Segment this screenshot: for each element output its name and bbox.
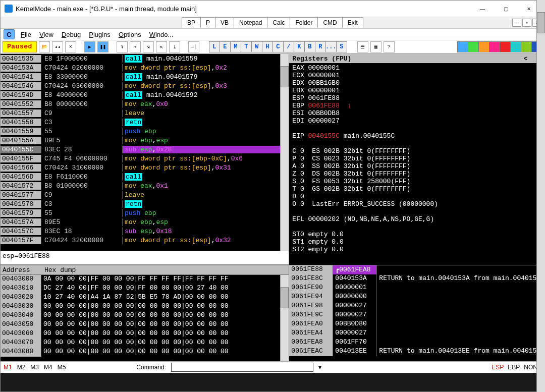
menu-plugins[interactable]: Plugins xyxy=(89,31,111,38)
stack-scrollbar[interactable] xyxy=(536,265,544,361)
stack-row[interactable]: 0061FE9C00000027 xyxy=(289,311,544,320)
disasm-row[interactable]: 00401558C3retn xyxy=(1,118,289,127)
tool-notepad[interactable]: Notepad xyxy=(234,17,267,28)
disasm-row[interactable]: 00401566C70424 31000000mov dword ptr ss:… xyxy=(1,163,289,172)
stack-row[interactable]: 0061FEAC004013EERETURN to main.004013EE … xyxy=(289,347,544,356)
command-input[interactable] xyxy=(171,363,313,372)
step-over-button[interactable]: ↷ xyxy=(130,41,141,52)
menu-options[interactable]: Options xyxy=(119,31,141,38)
tool-bp[interactable]: BP xyxy=(182,17,201,28)
disasm-row[interactable]: 00401572B8 01000000mov eax,0x1 xyxy=(1,181,289,190)
plugin-5-icon[interactable] xyxy=(500,41,511,52)
titlebar[interactable]: KernelMode - main.exe - [*G.P.U* - main … xyxy=(1,1,544,17)
cpu-button[interactable]: C xyxy=(4,29,15,39)
menu-debug[interactable]: Debug xyxy=(62,31,81,38)
disasm-row[interactable]: 0040157955push ebp xyxy=(1,208,289,217)
disasm-row[interactable]: 0040157A89E5mov ebp,esp xyxy=(1,217,289,227)
stack-row[interactable]: 0061FE88┏0061FEA8 xyxy=(289,265,544,274)
settings-button[interactable]: ☰ xyxy=(357,41,368,52)
disasm-row[interactable]: 0040156DE8 F6110000call xyxy=(1,172,289,181)
stack-row[interactable]: 0061FEA80061FF70 xyxy=(289,338,544,347)
stack-row[interactable]: 0061FEA400000027 xyxy=(289,329,544,338)
disasm-row[interactable]: 00401546C70424 03000000mov dword ptr ss:… xyxy=(1,81,289,90)
disasm-scrollbar[interactable] xyxy=(280,54,289,251)
disassembly-panel[interactable]: 00401535E8 1F000000call main.00401559004… xyxy=(1,54,289,251)
stack-row[interactable]: 0061FE8C0040153ARETURN to main.0040153A … xyxy=(289,274,544,284)
execute-till-return-button[interactable]: ⤓ xyxy=(169,41,180,52)
step-into-button[interactable]: ↴ xyxy=(117,41,128,52)
plugin-3-icon[interactable] xyxy=(478,41,489,52)
mdi-restore[interactable]: ▫ xyxy=(522,19,531,27)
dump-row[interactable]: 0040306000 00 00 00|00 00 00 00|00 00 00… xyxy=(1,329,289,339)
disasm-row[interactable]: 00401541E8 33000000call main.00401579 xyxy=(1,72,289,81)
help-button[interactable]: ? xyxy=(384,41,395,52)
dump-row[interactable]: 00403010DC 27 40 00|FF 00 00 00|FF 00 00… xyxy=(1,284,289,293)
stack-panel[interactable]: 0061FE88┏0061FEA80061FE8C0040153ARETURN … xyxy=(289,265,544,361)
pause-button[interactable]: ❚❚ xyxy=(97,41,108,52)
stack-row[interactable]: 0061FEA000BB0D80 xyxy=(289,320,544,329)
dump-panel[interactable]: Address Hex dump 004030000A 00 00 00|FF … xyxy=(1,265,289,361)
shortcut-S[interactable]: S xyxy=(336,41,347,52)
disasm-row[interactable]: 0040153AC70424 02000000mov dword ptr ss:… xyxy=(1,63,289,72)
plugin-1-icon[interactable] xyxy=(457,41,468,52)
reg-prev-icon[interactable]: < xyxy=(523,55,527,63)
dump-scrollbar[interactable] xyxy=(280,275,289,361)
disasm-row[interactable]: 00401535E8 1F000000call main.00401559 xyxy=(1,54,289,63)
shortcut-H[interactable]: H xyxy=(262,41,273,52)
tool-calc[interactable]: Calc xyxy=(267,17,290,28)
stop-button[interactable]: × xyxy=(65,41,76,52)
tool-cmd[interactable]: CMD xyxy=(317,17,342,28)
memory-m5[interactable]: M5 xyxy=(58,364,66,371)
stack-row[interactable]: 0061FE9400000000 xyxy=(289,293,544,302)
shortcut-M[interactable]: M xyxy=(230,41,241,52)
trace-over-button[interactable]: ⇱ xyxy=(156,41,167,52)
goto-button[interactable]: →| xyxy=(188,41,199,52)
menu-windo[interactable]: Windo... xyxy=(149,31,174,38)
disasm-row[interactable]: 00401577C9leave xyxy=(1,190,289,199)
disasm-row[interactable]: 0040155955push ebp xyxy=(1,127,289,136)
tool-p[interactable]: P xyxy=(200,17,215,28)
shortcut-T[interactable]: T xyxy=(241,41,252,52)
memory-m1[interactable]: M1 xyxy=(4,364,12,371)
disasm-row[interactable]: 0040157FC70424 32000000mov dword ptr ss:… xyxy=(1,236,289,245)
disasm-row[interactable]: 00401578C3retn xyxy=(1,199,289,208)
disasm-row[interactable]: 0040157C83EC 18sub esp,0x18 xyxy=(1,227,289,236)
disasm-row[interactable]: 0040155FC745 F4 06000000mov dword ptr ss… xyxy=(1,154,289,163)
stack-row[interactable]: 0061FE9000000001 xyxy=(289,284,544,293)
plugin-7-icon[interactable] xyxy=(521,41,532,52)
minimize-button[interactable]: — xyxy=(471,1,494,17)
rewind-button[interactable]: ◂◂ xyxy=(52,41,63,52)
maximize-button[interactable]: ▢ xyxy=(494,1,517,17)
shortcut-B[interactable]: B xyxy=(304,41,315,52)
shortcut-L[interactable]: L xyxy=(209,41,220,52)
dump-row[interactable]: 0040305000 00 00 00|00 00 00 00|00 00 00… xyxy=(1,320,289,329)
memory-m3[interactable]: M3 xyxy=(30,364,39,371)
memory-m4[interactable]: M4 xyxy=(44,364,52,371)
mdi-minimize[interactable]: - xyxy=(512,19,521,27)
dump-row[interactable]: 0040302010 27 40 00|A4 1A 87 52|5B E5 78… xyxy=(1,293,289,302)
dump-follow-ebp[interactable]: EBP xyxy=(508,364,520,371)
disasm-row[interactable]: 0040154DE8 40000000call main.00401592 xyxy=(1,90,289,99)
appearance-button[interactable]: ▦ xyxy=(370,41,382,52)
dump-row[interactable]: 0040304000 00 00 00|00 00 00 00|00 00 00… xyxy=(1,311,289,320)
plugin-2-icon[interactable] xyxy=(468,41,479,52)
shortcut-...[interactable]: ... xyxy=(325,41,337,52)
dump-row[interactable]: 0040308000 00 00 00|00 00 00 00|00 00 00… xyxy=(1,348,289,357)
shortcut-W[interactable]: W xyxy=(251,41,262,52)
tool-folder[interactable]: Folder xyxy=(290,17,318,28)
disasm-row[interactable]: 00401557C9leave xyxy=(1,108,289,118)
dump-row[interactable]: 0040307000 00 00 00|00 00 00 00|00 00 00… xyxy=(1,339,289,348)
shortcut-C[interactable]: C xyxy=(272,41,284,52)
registers-panel[interactable]: EAX 00000001ECX 00000001EDX 00BB16B0EBX … xyxy=(289,63,544,265)
menu-view[interactable]: View xyxy=(39,31,53,38)
tool-vb[interactable]: VB xyxy=(215,17,234,28)
trace-into-button[interactable]: ⇲ xyxy=(143,41,154,52)
dump-follow-esp[interactable]: ESP xyxy=(492,364,504,371)
plugin-4-icon[interactable] xyxy=(489,41,500,52)
plugin-6-icon[interactable] xyxy=(510,41,521,52)
disasm-row[interactable]: 0040155A89E5mov ebp,esp xyxy=(1,136,289,145)
run-button[interactable]: ▶ xyxy=(84,41,95,52)
shortcut-E[interactable]: E xyxy=(220,41,231,52)
memory-m2[interactable]: M2 xyxy=(17,364,26,371)
tool-exit[interactable]: Exit xyxy=(342,17,363,28)
